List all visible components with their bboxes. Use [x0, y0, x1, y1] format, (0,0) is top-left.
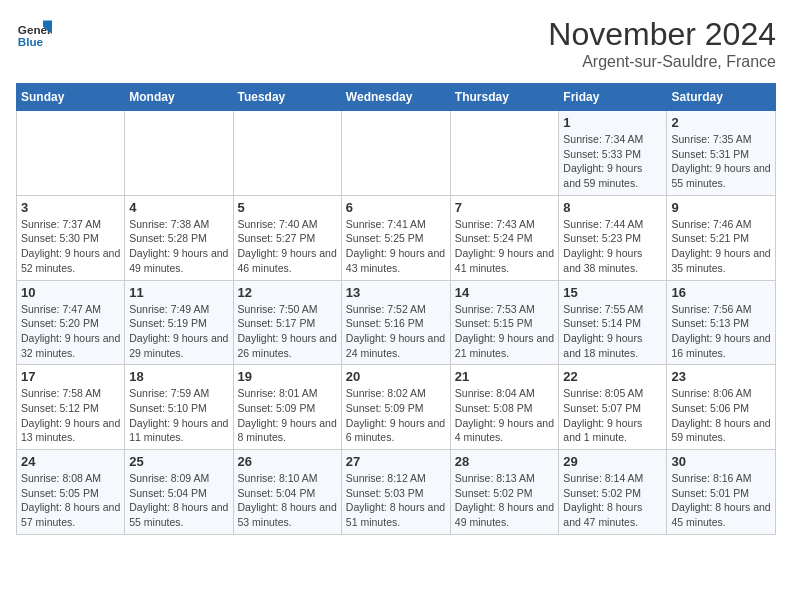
day-info: Sunrise: 7:38 AMSunset: 5:28 PMDaylight:… [129, 217, 228, 276]
day-number: 14 [455, 285, 555, 300]
day-number: 3 [21, 200, 120, 215]
day-cell-3-5: 22Sunrise: 8:05 AMSunset: 5:07 PMDayligh… [559, 365, 667, 450]
day-cell-3-6: 23Sunrise: 8:06 AMSunset: 5:06 PMDayligh… [667, 365, 776, 450]
day-cell-2-6: 16Sunrise: 7:56 AMSunset: 5:13 PMDayligh… [667, 280, 776, 365]
day-cell-2-5: 15Sunrise: 7:55 AMSunset: 5:14 PMDayligh… [559, 280, 667, 365]
day-info: Sunrise: 8:08 AMSunset: 5:05 PMDaylight:… [21, 471, 120, 530]
col-friday: Friday [559, 84, 667, 111]
day-info: Sunrise: 8:13 AMSunset: 5:02 PMDaylight:… [455, 471, 555, 530]
day-info: Sunrise: 7:46 AMSunset: 5:21 PMDaylight:… [671, 217, 771, 276]
day-cell-0-6: 2Sunrise: 7:35 AMSunset: 5:31 PMDaylight… [667, 111, 776, 196]
day-info: Sunrise: 7:58 AMSunset: 5:12 PMDaylight:… [21, 386, 120, 445]
day-cell-1-3: 6Sunrise: 7:41 AMSunset: 5:25 PMDaylight… [341, 195, 450, 280]
day-cell-3-1: 18Sunrise: 7:59 AMSunset: 5:10 PMDayligh… [125, 365, 233, 450]
col-saturday: Saturday [667, 84, 776, 111]
day-number: 9 [671, 200, 771, 215]
calendar-header-row: Sunday Monday Tuesday Wednesday Thursday… [17, 84, 776, 111]
day-number: 29 [563, 454, 662, 469]
day-info: Sunrise: 7:40 AMSunset: 5:27 PMDaylight:… [238, 217, 337, 276]
day-number: 26 [238, 454, 337, 469]
day-info: Sunrise: 7:41 AMSunset: 5:25 PMDaylight:… [346, 217, 446, 276]
day-number: 30 [671, 454, 771, 469]
day-cell-2-4: 14Sunrise: 7:53 AMSunset: 5:15 PMDayligh… [450, 280, 559, 365]
col-monday: Monday [125, 84, 233, 111]
week-row-5: 24Sunrise: 8:08 AMSunset: 5:05 PMDayligh… [17, 450, 776, 535]
day-cell-4-6: 30Sunrise: 8:16 AMSunset: 5:01 PMDayligh… [667, 450, 776, 535]
day-info: Sunrise: 7:47 AMSunset: 5:20 PMDaylight:… [21, 302, 120, 361]
svg-text:Blue: Blue [18, 35, 44, 48]
day-number: 19 [238, 369, 337, 384]
day-cell-2-3: 13Sunrise: 7:52 AMSunset: 5:16 PMDayligh… [341, 280, 450, 365]
day-number: 17 [21, 369, 120, 384]
day-number: 10 [21, 285, 120, 300]
day-cell-3-4: 21Sunrise: 8:04 AMSunset: 5:08 PMDayligh… [450, 365, 559, 450]
day-cell-4-1: 25Sunrise: 8:09 AMSunset: 5:04 PMDayligh… [125, 450, 233, 535]
day-number: 22 [563, 369, 662, 384]
day-info: Sunrise: 7:52 AMSunset: 5:16 PMDaylight:… [346, 302, 446, 361]
day-info: Sunrise: 8:14 AMSunset: 5:02 PMDaylight:… [563, 471, 662, 530]
day-number: 24 [21, 454, 120, 469]
week-row-2: 3Sunrise: 7:37 AMSunset: 5:30 PMDaylight… [17, 195, 776, 280]
day-cell-1-0: 3Sunrise: 7:37 AMSunset: 5:30 PMDaylight… [17, 195, 125, 280]
col-thursday: Thursday [450, 84, 559, 111]
day-info: Sunrise: 7:34 AMSunset: 5:33 PMDaylight:… [563, 132, 662, 191]
day-cell-0-1 [125, 111, 233, 196]
day-cell-3-3: 20Sunrise: 8:02 AMSunset: 5:09 PMDayligh… [341, 365, 450, 450]
day-info: Sunrise: 8:06 AMSunset: 5:06 PMDaylight:… [671, 386, 771, 445]
day-number: 25 [129, 454, 228, 469]
day-cell-1-2: 5Sunrise: 7:40 AMSunset: 5:27 PMDaylight… [233, 195, 341, 280]
calendar-table: Sunday Monday Tuesday Wednesday Thursday… [16, 83, 776, 535]
day-info: Sunrise: 8:01 AMSunset: 5:09 PMDaylight:… [238, 386, 337, 445]
week-row-4: 17Sunrise: 7:58 AMSunset: 5:12 PMDayligh… [17, 365, 776, 450]
day-info: Sunrise: 8:05 AMSunset: 5:07 PMDaylight:… [563, 386, 662, 445]
day-number: 6 [346, 200, 446, 215]
day-number: 18 [129, 369, 228, 384]
day-cell-4-4: 28Sunrise: 8:13 AMSunset: 5:02 PMDayligh… [450, 450, 559, 535]
title-area: November 2024 Argent-sur-Sauldre, France [548, 16, 776, 71]
day-cell-2-0: 10Sunrise: 7:47 AMSunset: 5:20 PMDayligh… [17, 280, 125, 365]
day-info: Sunrise: 7:56 AMSunset: 5:13 PMDaylight:… [671, 302, 771, 361]
day-cell-2-2: 12Sunrise: 7:50 AMSunset: 5:17 PMDayligh… [233, 280, 341, 365]
day-number: 1 [563, 115, 662, 130]
day-cell-3-2: 19Sunrise: 8:01 AMSunset: 5:09 PMDayligh… [233, 365, 341, 450]
day-info: Sunrise: 7:37 AMSunset: 5:30 PMDaylight:… [21, 217, 120, 276]
day-number: 12 [238, 285, 337, 300]
day-number: 7 [455, 200, 555, 215]
day-number: 20 [346, 369, 446, 384]
day-info: Sunrise: 8:16 AMSunset: 5:01 PMDaylight:… [671, 471, 771, 530]
day-number: 11 [129, 285, 228, 300]
day-info: Sunrise: 8:10 AMSunset: 5:04 PMDaylight:… [238, 471, 337, 530]
day-cell-0-5: 1Sunrise: 7:34 AMSunset: 5:33 PMDaylight… [559, 111, 667, 196]
week-row-3: 10Sunrise: 7:47 AMSunset: 5:20 PMDayligh… [17, 280, 776, 365]
day-info: Sunrise: 7:43 AMSunset: 5:24 PMDaylight:… [455, 217, 555, 276]
col-sunday: Sunday [17, 84, 125, 111]
day-number: 13 [346, 285, 446, 300]
day-cell-3-0: 17Sunrise: 7:58 AMSunset: 5:12 PMDayligh… [17, 365, 125, 450]
logo: General Blue [16, 16, 52, 52]
day-info: Sunrise: 7:44 AMSunset: 5:23 PMDaylight:… [563, 217, 662, 276]
day-number: 4 [129, 200, 228, 215]
week-row-1: 1Sunrise: 7:34 AMSunset: 5:33 PMDaylight… [17, 111, 776, 196]
day-number: 2 [671, 115, 771, 130]
day-cell-1-1: 4Sunrise: 7:38 AMSunset: 5:28 PMDaylight… [125, 195, 233, 280]
day-info: Sunrise: 7:49 AMSunset: 5:19 PMDaylight:… [129, 302, 228, 361]
day-info: Sunrise: 7:53 AMSunset: 5:15 PMDaylight:… [455, 302, 555, 361]
day-cell-0-0 [17, 111, 125, 196]
day-cell-1-4: 7Sunrise: 7:43 AMSunset: 5:24 PMDaylight… [450, 195, 559, 280]
logo-icon: General Blue [16, 16, 52, 52]
day-cell-4-2: 26Sunrise: 8:10 AMSunset: 5:04 PMDayligh… [233, 450, 341, 535]
day-info: Sunrise: 8:12 AMSunset: 5:03 PMDaylight:… [346, 471, 446, 530]
day-cell-2-1: 11Sunrise: 7:49 AMSunset: 5:19 PMDayligh… [125, 280, 233, 365]
day-number: 28 [455, 454, 555, 469]
day-number: 16 [671, 285, 771, 300]
day-info: Sunrise: 7:59 AMSunset: 5:10 PMDaylight:… [129, 386, 228, 445]
day-cell-0-4 [450, 111, 559, 196]
col-tuesday: Tuesday [233, 84, 341, 111]
day-cell-0-2 [233, 111, 341, 196]
day-number: 15 [563, 285, 662, 300]
location-title: Argent-sur-Sauldre, France [548, 53, 776, 71]
day-info: Sunrise: 7:55 AMSunset: 5:14 PMDaylight:… [563, 302, 662, 361]
day-number: 27 [346, 454, 446, 469]
day-cell-4-0: 24Sunrise: 8:08 AMSunset: 5:05 PMDayligh… [17, 450, 125, 535]
page-header: General Blue November 2024 Argent-sur-Sa… [16, 16, 776, 71]
